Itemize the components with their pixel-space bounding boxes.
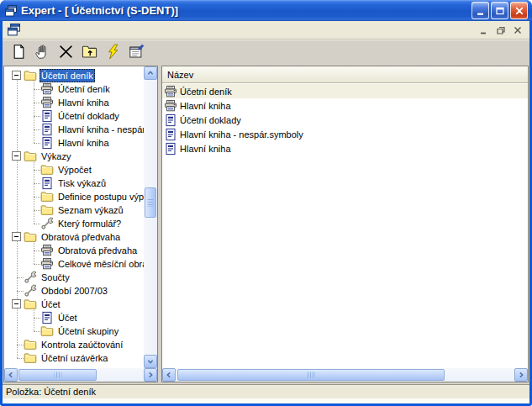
- mdi-close-button[interactable]: [511, 24, 524, 36]
- tree-item[interactable]: Účet: [6, 311, 144, 324]
- tree-expander-minus[interactable]: [12, 151, 21, 161]
- scrollbar-track[interactable]: [144, 80, 157, 355]
- tree-item[interactable]: Kontrola zaúčtování: [6, 338, 144, 351]
- tree-item[interactable]: Výpočet: [6, 163, 144, 177]
- tree-item[interactable]: Účetní skupiny: [6, 324, 144, 338]
- folder-icon: [24, 69, 37, 82]
- status-text: Položka: Účetní deník: [6, 387, 96, 397]
- toolbar: [3, 40, 529, 63]
- tree-item[interactable]: Výkazy: [6, 150, 144, 163]
- scroll-right-button[interactable]: [514, 368, 528, 382]
- tree-item[interactable]: Účetní deník: [6, 69, 144, 82]
- tree-item-label: Účetní deník: [40, 69, 95, 82]
- child-window-icon[interactable]: [7, 23, 21, 37]
- tree-item[interactable]: Seznam výkazů: [6, 203, 144, 217]
- folder-icon: [40, 190, 54, 203]
- tree-item[interactable]: Obratová předvaha: [6, 244, 144, 257]
- printer-icon: [40, 244, 54, 257]
- delete-button[interactable]: [55, 42, 76, 62]
- scroll-left-button[interactable]: [162, 368, 176, 382]
- status-bar: Položka: Účetní deník: [3, 384, 529, 398]
- properties-button[interactable]: [126, 42, 146, 62]
- scroll-right-button[interactable]: [144, 368, 157, 382]
- bottom-strip: [3, 398, 529, 403]
- tree-item[interactable]: Účetní doklady: [6, 109, 144, 123]
- scrollbar-thumb[interactable]: [145, 187, 156, 218]
- tree-item[interactable]: Účet: [6, 298, 144, 311]
- scrollbar-track[interactable]: [176, 368, 514, 382]
- lightning-icon: [105, 44, 121, 60]
- mdi-menubar: [3, 21, 529, 40]
- scroll-up-button[interactable]: [144, 66, 157, 80]
- properties-icon: [129, 44, 145, 60]
- hand-button[interactable]: [32, 42, 52, 62]
- tree-item[interactable]: Který formulář?: [6, 217, 144, 230]
- folder-up-button[interactable]: [79, 42, 99, 62]
- tree-item-label: Účetní deník: [56, 82, 112, 96]
- client-area: Účetní deníkÚčetní deníkHlavní knihaÚčet…: [3, 63, 529, 384]
- tree-item-label: Výkazy: [40, 150, 72, 163]
- tree-item-label: Období 2007/03: [40, 284, 109, 298]
- tree-expander-minus[interactable]: [12, 71, 21, 80]
- folder-icon: [24, 338, 37, 351]
- tree-item-label: Obratová předvaha: [40, 230, 122, 244]
- mdi-minimize-button[interactable]: [477, 24, 491, 36]
- tree-item[interactable]: Hlavní kniha: [6, 136, 144, 150]
- scrollbar-thumb[interactable]: [177, 369, 445, 381]
- tree-item[interactable]: Obratová předvaha: [6, 230, 144, 244]
- tree-item-label: Obratová předvaha: [56, 244, 139, 257]
- folder-up-icon: [82, 44, 97, 60]
- scrollbar-track[interactable]: [18, 368, 144, 382]
- tree-item-label: Seznam výkazů: [56, 203, 125, 217]
- list-horizontal-scrollbar[interactable]: [162, 368, 528, 382]
- minimize-button[interactable]: [471, 2, 489, 19]
- list-item[interactable]: Účetní doklady: [162, 113, 528, 127]
- printer-icon: [164, 99, 177, 113]
- scrollbar-thumb[interactable]: [18, 369, 97, 381]
- wrench-icon: [24, 271, 37, 284]
- tree-item[interactable]: Období 2007/03: [6, 284, 144, 298]
- list-panel: Název Účetní deníkHlavní knihaÚčetní dok…: [161, 66, 529, 382]
- maximize-button[interactable]: [491, 2, 508, 19]
- tree-item[interactable]: Definice postupu výp: [6, 190, 144, 203]
- maximize-icon: [495, 6, 505, 16]
- folder-icon: [24, 230, 37, 244]
- tree-item[interactable]: Účetní deník: [6, 82, 144, 96]
- scroll-left-button[interactable]: [4, 368, 18, 382]
- delete-icon: [58, 44, 74, 60]
- tree-expander-minus[interactable]: [12, 299, 21, 308]
- chevron-right-icon: [518, 372, 524, 378]
- tree-horizontal-scrollbar[interactable]: [4, 368, 157, 382]
- mdi-restore-button[interactable]: [494, 24, 508, 36]
- list-item[interactable]: Hlavní kniha - nespár.symboly: [162, 127, 528, 141]
- new-document-button[interactable]: [8, 42, 29, 62]
- tree-item[interactable]: Hlavní kniha: [6, 96, 144, 109]
- tree-item-label: Účetní uzávěrka: [40, 351, 109, 365]
- tree-item-label: Součty: [40, 271, 71, 284]
- scroll-down-button[interactable]: [144, 355, 157, 368]
- lightning-button[interactable]: [103, 42, 123, 62]
- list-item[interactable]: Hlavní kniha: [162, 98, 528, 113]
- titlebar[interactable]: Expert - [ Účetnictví (S-DENT)]: [0, 0, 532, 21]
- wrench-icon: [24, 284, 37, 298]
- tree-item[interactable]: Tisk výkazů: [6, 177, 144, 190]
- folder-icon: [24, 298, 37, 311]
- list-item[interactable]: Hlavní kniha: [162, 141, 528, 156]
- close-button[interactable]: [510, 2, 528, 19]
- column-header-label: Název: [167, 70, 193, 80]
- tree-vertical-scrollbar[interactable]: [144, 66, 157, 368]
- tree-expander-minus[interactable]: [12, 232, 21, 241]
- chevron-down-icon: [147, 358, 154, 365]
- column-header-nazev[interactable]: Název: [162, 66, 528, 83]
- tree-view[interactable]: Účetní deníkÚčetní deníkHlavní knihaÚčet…: [4, 66, 144, 368]
- list-item[interactable]: Účetní deník: [162, 84, 528, 98]
- tree-item[interactable]: Součty: [6, 271, 144, 284]
- list-view[interactable]: Účetní deníkHlavní knihaÚčetní dokladyHl…: [162, 84, 528, 368]
- tree-item[interactable]: Účetní uzávěrka: [6, 351, 144, 365]
- tree-item[interactable]: Celkové měsíční obra: [6, 257, 144, 271]
- new-document-icon: [11, 44, 27, 60]
- tree-item[interactable]: Hlavní kniha - nespár: [6, 123, 144, 136]
- document-icon: [40, 136, 54, 150]
- close-icon: [514, 6, 524, 16]
- tree-item-label: Hlavní kniha: [56, 96, 111, 109]
